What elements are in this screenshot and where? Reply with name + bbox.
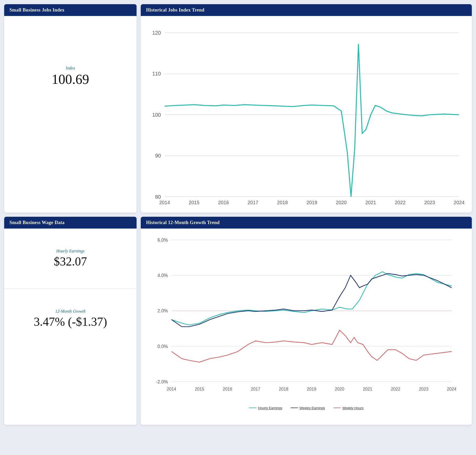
jobs-index-line [165, 44, 459, 197]
svg-text:2024: 2024 [454, 200, 464, 205]
weekly-hours-legend-line [333, 408, 341, 408]
growth-section: 12-Month Growth 3.47% (-$1.37) [4, 289, 137, 349]
wage-data-header: Small Business Wage Data [4, 217, 137, 229]
jobs-trend-svg: 120 110 100 90 80 2014 2015 2016 2017 20… [146, 20, 467, 209]
svg-text:120: 120 [152, 30, 161, 36]
svg-text:4.0%: 4.0% [158, 273, 168, 278]
growth-label: 12-Month Growth [55, 309, 85, 314]
svg-text:80: 80 [155, 194, 161, 200]
svg-text:2014: 2014 [167, 387, 176, 391]
hourly-earnings-legend-label: Hourly Earnings [258, 406, 282, 410]
weekly-earnings-legend-line [291, 408, 298, 408]
jobs-index-header: Small Business Jobs Index [4, 4, 137, 16]
growth-value: 3.47% (-$1.37) [34, 315, 107, 329]
jobs-index-body: Index 100.69 [4, 16, 137, 137]
jobs-trend-card: Historical Jobs Index Trend 120 110 100 … [141, 4, 472, 213]
weekly-earnings-legend-label: Weekly Earnings [300, 406, 325, 410]
svg-text:2020: 2020 [336, 200, 347, 205]
svg-text:2018: 2018 [277, 200, 288, 205]
svg-text:2019: 2019 [307, 387, 316, 391]
wage-data-card: Small Business Wage Data Hourly Earnings… [4, 217, 137, 425]
svg-text:2023: 2023 [424, 200, 435, 205]
growth-trend-svg: 6.0% 4.0% 2.0% 0.0% -2.0% 2014 2015 2016… [146, 233, 467, 403]
jobs-trend-header: Historical Jobs Index Trend [141, 4, 472, 16]
hourly-earnings-legend-line [249, 408, 256, 408]
hourly-earnings-section: Hourly Earnings $32.07 [4, 229, 137, 289]
dashboard: Small Business Jobs Index Index 100.69 H… [4, 4, 472, 425]
svg-text:2023: 2023 [419, 387, 428, 391]
svg-text:6.0%: 6.0% [158, 237, 168, 242]
svg-text:0.0%: 0.0% [158, 344, 168, 349]
legend-weekly-earnings[interactable]: Weekly Earnings [291, 406, 325, 410]
wage-data-body: Hourly Earnings $32.07 12-Month Growth 3… [4, 229, 137, 349]
svg-text:2017: 2017 [248, 200, 258, 205]
legend-weekly-hours[interactable]: Weekly Hours [333, 406, 364, 410]
weekly-earnings-line [171, 273, 452, 327]
growth-trend-chart-body: 6.0% 4.0% 2.0% 0.0% -2.0% 2014 2015 2016… [141, 229, 472, 425]
hourly-earnings-line [171, 272, 452, 325]
svg-text:2019: 2019 [306, 200, 317, 205]
svg-text:2015: 2015 [189, 200, 199, 205]
jobs-index-card: Small Business Jobs Index Index 100.69 [4, 4, 137, 213]
svg-text:2014: 2014 [159, 200, 170, 205]
index-label: Index [66, 66, 75, 71]
hourly-earnings-label: Hourly Earnings [56, 249, 85, 253]
svg-text:2.0%: 2.0% [158, 308, 168, 313]
svg-text:2016: 2016 [218, 200, 229, 205]
svg-text:2021: 2021 [363, 387, 372, 391]
growth-trend-card: Historical 12-Month Growth Trend 6.0% 4.… [141, 217, 472, 425]
svg-text:2015: 2015 [195, 387, 204, 391]
growth-trend-header: Historical 12-Month Growth Trend [141, 217, 472, 229]
svg-text:90: 90 [155, 153, 161, 159]
svg-text:2016: 2016 [223, 387, 232, 391]
svg-text:2021: 2021 [365, 200, 376, 205]
hourly-earnings-value: $32.07 [54, 254, 87, 268]
svg-text:-2.0%: -2.0% [156, 379, 168, 384]
legend-hourly-earnings[interactable]: Hourly Earnings [249, 406, 282, 410]
svg-text:2024: 2024 [447, 387, 456, 391]
svg-text:110: 110 [152, 71, 161, 77]
jobs-trend-chart-body: 120 110 100 90 80 2014 2015 2016 2017 20… [141, 16, 472, 213]
svg-text:100: 100 [152, 112, 161, 118]
index-value: 100.69 [52, 72, 89, 87]
svg-text:2017: 2017 [251, 387, 260, 391]
weekly-hours-legend-label: Weekly Hours [342, 406, 364, 410]
svg-text:2022: 2022 [391, 387, 400, 391]
chart-legend: Hourly Earnings Weekly Earnings Weekly H… [146, 404, 467, 413]
svg-text:2022: 2022 [395, 200, 405, 205]
svg-text:2018: 2018 [279, 387, 288, 391]
svg-text:2020: 2020 [335, 387, 344, 391]
